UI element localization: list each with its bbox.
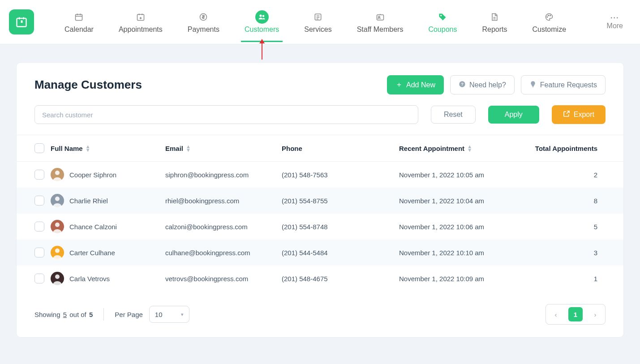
nav-label: Coupons (428, 26, 457, 34)
customer-email: siphron@bookingpress.com (165, 171, 282, 179)
svg-rect-7 (377, 15, 383, 20)
customer-email: culhane@bookingpress.com (165, 249, 282, 257)
table-row[interactable]: Carla Vetrovsvetrovs@bookingpress.com(20… (17, 266, 623, 291)
sort-icon: ▲▼ (86, 145, 90, 152)
bulb-icon (529, 81, 537, 90)
svg-rect-15 (532, 86, 533, 87)
customer-recent: November 1, 2022 10:05 am (399, 171, 515, 179)
showing-text: Showing 5 out of 5 (34, 311, 93, 318)
nav-label: Customize (532, 26, 566, 34)
reset-button[interactable]: Reset (431, 106, 476, 124)
customer-total: 2 (515, 171, 606, 179)
customer-email: calzoni@bookingpress.com (165, 223, 282, 231)
select-all-checkbox[interactable] (34, 143, 44, 153)
customer-phone: (201) 548-4675 (282, 275, 399, 283)
more-dots-icon: ··· (610, 14, 619, 22)
nav-item-customize[interactable]: Customize (520, 0, 579, 44)
customer-email: rhiel@bookingpress.com (165, 197, 282, 205)
customer-recent: November 1, 2022 10:09 am (399, 275, 515, 283)
nav-items-container: CalendarAppointmentsPaymentsCustomersSer… (52, 0, 599, 44)
nav-item-services[interactable]: Services (292, 0, 344, 44)
customer-recent: November 1, 2022 10:04 am (399, 197, 515, 205)
customer-email: vetrovs@bookingpress.com (165, 275, 282, 283)
feature-requests-button[interactable]: Feature Requests (521, 75, 606, 94)
page-next[interactable]: › (585, 304, 605, 324)
row-checkbox[interactable] (34, 170, 44, 180)
customer-total: 8 (515, 197, 606, 205)
nav-item-payments[interactable]: Payments (175, 0, 232, 44)
need-help-button[interactable]: ? Need help? (450, 75, 515, 94)
customer-phone: (201) 544-5484 (282, 249, 399, 257)
nav-more[interactable]: ··· More (599, 14, 631, 30)
svg-point-8 (378, 16, 379, 17)
nav-item-reports[interactable]: Reports (469, 0, 520, 44)
svg-point-20 (55, 274, 60, 279)
table-row[interactable]: Cooper Siphronsiphron@bookingpress.com(2… (17, 162, 623, 188)
avatar (51, 246, 64, 259)
customer-total: 1 (515, 275, 606, 283)
customer-name: Chance Calzoni (69, 223, 117, 231)
calendar-plus-icon (134, 10, 147, 24)
app-logo[interactable] (9, 9, 34, 34)
row-checkbox[interactable] (34, 248, 44, 257)
svg-point-9 (440, 15, 442, 16)
add-new-label: Add New (406, 81, 435, 89)
svg-point-18 (55, 223, 60, 227)
table-row[interactable]: Chance Calzonicalzoni@bookingpress.com(2… (17, 214, 623, 240)
tag-icon (436, 10, 449, 24)
column-recent[interactable]: Recent Appointment ▲▼ (399, 145, 515, 152)
table-row[interactable]: Charlie Rhielrhiel@bookingpress.com(201)… (17, 188, 623, 214)
column-phone: Phone (282, 145, 399, 152)
table-row[interactable]: Carter Culhaneculhane@bookingpress.com(2… (17, 240, 623, 266)
nav-item-appointments[interactable]: Appointments (106, 0, 175, 44)
nav-label: Calendar (64, 26, 94, 34)
list-icon (311, 10, 325, 24)
plus-icon: ＋ (395, 80, 403, 90)
search-input[interactable] (34, 105, 418, 124)
sort-icon: ▲▼ (467, 145, 472, 152)
row-checkbox[interactable] (34, 196, 44, 206)
users-icon (255, 10, 269, 24)
nav-label: Reports (482, 26, 507, 34)
nav-item-coupons[interactable]: Coupons (416, 0, 469, 44)
nav-item-customers[interactable]: Customers (232, 0, 292, 44)
column-total: Total Appointments (515, 145, 606, 152)
svg-rect-1 (76, 14, 82, 20)
svg-point-16 (55, 171, 60, 175)
svg-point-12 (550, 15, 551, 16)
id-icon (374, 10, 387, 24)
nav-label: Staff Members (357, 26, 404, 34)
palette-icon (542, 10, 556, 24)
nav-label: Appointments (119, 26, 163, 34)
avatar (51, 220, 64, 233)
nav-label: Payments (188, 26, 219, 34)
row-checkbox[interactable] (34, 222, 44, 231)
apply-button[interactable]: Apply (488, 106, 539, 124)
export-icon (563, 110, 570, 119)
doc-icon (488, 10, 501, 24)
per-page-select[interactable]: 10 ▾ (149, 306, 189, 323)
nav-more-label: More (607, 22, 623, 30)
per-page-value: 10 (155, 311, 163, 318)
sort-icon: ▲▼ (186, 145, 191, 152)
svg-point-10 (547, 17, 548, 17)
page-prev[interactable]: ‹ (546, 304, 566, 324)
chevron-down-icon: ▾ (181, 312, 184, 317)
customer-phone: (201) 554-8755 (282, 197, 399, 205)
nav-item-staff-members[interactable]: Staff Members (344, 0, 416, 44)
calendar-icon (72, 10, 86, 24)
help-icon: ? (459, 81, 466, 90)
svg-point-4 (259, 14, 262, 17)
column-email[interactable]: Email ▲▼ (165, 145, 282, 152)
add-new-button[interactable]: ＋ Add New (387, 75, 444, 94)
customer-name: Cooper Siphron (69, 171, 116, 179)
nav-item-calendar[interactable]: Calendar (52, 0, 106, 44)
svg-point-17 (55, 197, 60, 201)
column-full-name[interactable]: Full Name ▲▼ (44, 145, 165, 152)
feature-requests-label: Feature Requests (540, 81, 597, 89)
row-checkbox[interactable] (34, 274, 44, 283)
nav-label: Customers (245, 26, 279, 34)
dollar-icon (197, 10, 210, 24)
export-button[interactable]: Export (552, 105, 606, 124)
page-current[interactable]: 1 (568, 307, 583, 321)
